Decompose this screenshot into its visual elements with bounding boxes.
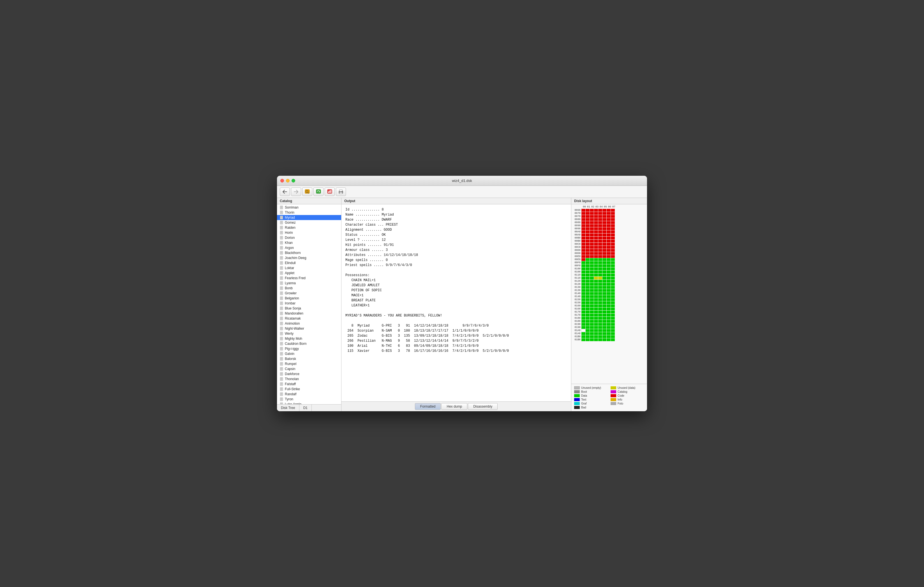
catalog-item[interactable]: Pig-i-iggy: [277, 346, 341, 351]
disk-row-label: 0148: [573, 295, 581, 298]
close-button[interactable]: [280, 179, 284, 183]
catalog-item[interactable]: Dorion: [277, 235, 341, 240]
disk-row-label: 0120: [573, 280, 581, 283]
disk-row-label: 00A8: [573, 234, 581, 236]
catalog-item[interactable]: Applet: [277, 270, 341, 275]
formatted-tab[interactable]: Formatted: [415, 403, 441, 410]
catalog-item[interactable]: Thorin: [277, 210, 341, 215]
legend-grid: Unused (empty)Unused (data)BootCatalogDa…: [574, 386, 644, 409]
disk-cell: [607, 277, 610, 279]
disk-row: 01A0: [573, 329, 646, 332]
disk-cell: [607, 283, 610, 286]
catalog-item[interactable]: Khan: [277, 240, 341, 245]
catalog-item[interactable]: Belgarion: [277, 296, 341, 301]
chart-button[interactable]: [325, 188, 335, 196]
catalog-item[interactable]: Galvin: [277, 351, 341, 356]
disk-cell: [581, 311, 585, 313]
catalog-item[interactable]: Elindull: [277, 261, 341, 265]
disk-row-cells: [581, 295, 615, 298]
disk-cell: [598, 231, 602, 233]
catalog-item[interactable]: Animotion: [277, 321, 341, 326]
disk-cell: [611, 240, 615, 242]
svg-rect-148: [280, 377, 283, 381]
catalog-item[interactable]: Falstaff: [277, 381, 341, 387]
catalog-item[interactable]: Horin: [277, 230, 341, 235]
disk-cell: [602, 314, 606, 317]
catalog-item[interactable]: Mandorallen: [277, 311, 341, 316]
disk-cell: [598, 234, 602, 236]
search-button[interactable]: [302, 188, 312, 196]
disk-cell: [607, 228, 610, 230]
catalog-item[interactable]: Lyanna: [277, 280, 341, 286]
back-button[interactable]: [280, 188, 290, 196]
disk-col-header: 02: [591, 206, 595, 208]
catalog-item[interactable]: Randalf: [277, 392, 341, 397]
disassembly-tab[interactable]: Disassembly: [468, 403, 498, 410]
disk-cell: [594, 212, 598, 215]
disk-cell: [602, 249, 606, 252]
catalog-item[interactable]: Raiden: [277, 225, 341, 230]
disk-cell: [602, 274, 606, 276]
print-button[interactable]: [336, 188, 346, 196]
catalog-item[interactable]: Night-Walker: [277, 326, 341, 331]
disk-col-header: 00: [582, 206, 586, 208]
catalog-item[interactable]: Joachim Deeg: [277, 256, 341, 261]
disk-cell: [594, 332, 598, 335]
disk-cell: [586, 320, 589, 323]
catalog-item[interactable]: Thonolan: [277, 376, 341, 381]
disk-cell: [598, 280, 602, 283]
disk-cell: [602, 292, 606, 295]
legend-color-box: [574, 390, 580, 393]
catalog-item[interactable]: Bonb: [277, 286, 341, 291]
disk-cell: [581, 326, 585, 329]
disk-row-cells: [581, 234, 615, 236]
catalog-item[interactable]: Rumpel: [277, 361, 341, 366]
maximize-button[interactable]: [292, 179, 295, 183]
svg-rect-132: [280, 357, 283, 361]
catalog-item[interactable]: Capsin: [277, 366, 341, 371]
catalog-item[interactable]: Ricatamak: [277, 316, 341, 321]
catalog-item[interactable]: Ironbar: [277, 301, 341, 306]
refresh-button[interactable]: [314, 188, 323, 196]
catalog-item[interactable]: Luke Apple: [277, 402, 341, 404]
disk-cell: [602, 228, 606, 230]
disk-row: 0090: [573, 224, 646, 227]
file-icon: [280, 317, 283, 320]
disk-cell: [602, 323, 606, 326]
catalog-item[interactable]: Mighty Moh: [277, 336, 341, 341]
disk-tree-tab[interactable]: Disk Tree: [277, 404, 299, 411]
disk-cell: [586, 338, 589, 341]
disk-cell: [586, 258, 589, 261]
catalog-item[interactable]: Argon: [277, 245, 341, 250]
svg-rect-28: [280, 226, 283, 229]
catalog-item[interactable]: Gomez: [277, 220, 341, 225]
catalog-item[interactable]: Fearless Fred: [277, 275, 341, 280]
disk-cell: [586, 231, 589, 233]
disk-cell: [590, 258, 594, 261]
catalog-item[interactable]: Darkforce: [277, 371, 341, 376]
catalog-item[interactable]: Blue Sonja: [277, 306, 341, 311]
catalog-item[interactable]: Loktar: [277, 265, 341, 270]
forward-button[interactable]: [291, 188, 301, 196]
disk-row-label: 0090: [573, 224, 581, 227]
catalog-item[interactable]: Growler: [277, 291, 341, 296]
catalog-item[interactable]: Myriad: [277, 215, 341, 220]
disk-row-cells: [581, 231, 615, 233]
catalog-item[interactable]: Cauldron Born: [277, 341, 341, 346]
catalog-item-label: Pig-i-iggy: [285, 347, 299, 351]
minimize-button[interactable]: [286, 179, 290, 183]
d1-tab[interactable]: D1: [299, 404, 312, 411]
disk-row: 00C0: [573, 243, 646, 246]
hex-dump-tab[interactable]: Hex dump: [441, 403, 467, 410]
catalog-item[interactable]: Werty: [277, 331, 341, 336]
disk-cell: [598, 212, 602, 215]
disk-cell: [611, 277, 615, 279]
svg-rect-9: [340, 190, 342, 191]
catalog-item[interactable]: Tyron: [277, 397, 341, 402]
legend-item: Info: [610, 398, 644, 401]
catalog-item[interactable]: Sorriman: [277, 205, 341, 210]
disk-cell: [607, 301, 610, 304]
catalog-item[interactable]: Blackthorn: [277, 250, 341, 256]
catalog-item[interactable]: Balorsk: [277, 356, 341, 361]
catalog-item[interactable]: Full-Strike: [277, 387, 341, 392]
